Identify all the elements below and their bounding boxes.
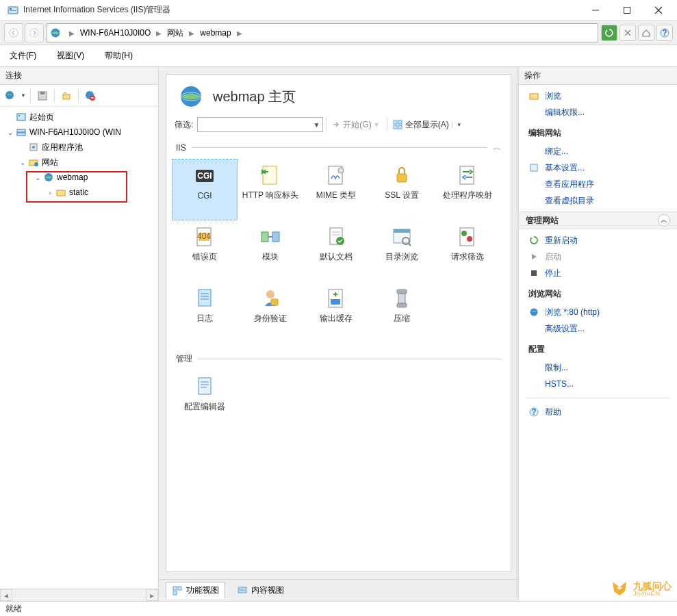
- home-button[interactable]: [638, 25, 654, 41]
- feature-config-editor[interactable]: 配置编辑器: [172, 370, 238, 432]
- section-iis-header: IIS ︿: [166, 136, 511, 155]
- maximize-button[interactable]: [611, 1, 643, 20]
- caret-right-icon[interactable]: ›: [45, 189, 55, 196]
- tree-start-page[interactable]: 起始页: [0, 110, 158, 125]
- mgmt-icon-grid: 配置编辑器: [166, 366, 511, 436]
- collapse-section-icon[interactable]: ︿: [658, 214, 670, 227]
- scroll-right-icon[interactable]: ▸: [146, 589, 158, 601]
- feature-ssl-settings[interactable]: SSL 设置: [369, 159, 435, 220]
- caret-down-icon[interactable]: ⌄: [5, 129, 15, 136]
- action-help[interactable]: ?帮助: [519, 404, 677, 420]
- feature-modules[interactable]: 模块: [238, 220, 303, 282]
- collapse-icon[interactable]: ︿: [493, 142, 501, 153]
- svg-point-8: [30, 29, 38, 37]
- watermark: 九狐问心 JiuHuCN: [610, 579, 672, 598]
- svg-rect-65: [271, 299, 278, 305]
- svg-rect-70: [397, 303, 407, 307]
- action-view-applications[interactable]: 查看应用程序: [519, 176, 677, 192]
- connect-dropdown-icon[interactable]: ▼: [21, 92, 26, 99]
- tree-server-node[interactable]: ⌄ WIN-F6AH10J0I0O (WIN: [0, 125, 158, 140]
- dropdown-icon: ▼: [313, 121, 320, 129]
- window-buttons: [580, 1, 674, 20]
- menu-view[interactable]: 视图(V): [53, 47, 88, 64]
- menu-help[interactable]: 帮助(H): [101, 47, 137, 64]
- action-explore[interactable]: 浏览: [519, 88, 677, 104]
- feature-http-response-headers[interactable]: HTTP 响应标头: [238, 159, 303, 220]
- feature-default-document[interactable]: 默认文档: [303, 220, 369, 282]
- filter-input[interactable]: ▼: [197, 117, 323, 132]
- connect-icon[interactable]: [3, 88, 18, 103]
- browse-site-header: 浏览网站: [519, 284, 677, 301]
- action-start[interactable]: 启动: [519, 248, 677, 265]
- action-edit-permissions[interactable]: 编辑权限...: [519, 104, 677, 120]
- action-advanced-settings[interactable]: 高级设置...: [519, 320, 677, 337]
- caret-down-icon[interactable]: ⌄: [18, 159, 27, 166]
- up-icon[interactable]: [59, 88, 74, 103]
- horizontal-scrollbar[interactable]: ◂ ▸: [0, 589, 158, 601]
- iis-app-icon: [7, 4, 19, 16]
- tab-features-view[interactable]: 功能视图: [166, 582, 225, 599]
- connections-tree[interactable]: 起始页 ⌄ WIN-F6AH10J0I0O (WIN 应用程序池 ⌄ 网站 ⌄ …: [0, 107, 158, 589]
- svg-point-7: [10, 29, 18, 37]
- remove-connection-icon[interactable]: [83, 88, 98, 103]
- minimize-button[interactable]: [580, 1, 611, 20]
- feature-cgi[interactable]: CGICGI: [172, 159, 238, 220]
- action-browse-http[interactable]: 浏览 *:80 (http): [519, 304, 677, 320]
- refresh-button[interactable]: [601, 25, 617, 41]
- svg-rect-34: [398, 120, 402, 124]
- settings-icon: [528, 162, 539, 173]
- globe-icon: [50, 27, 62, 39]
- crumb-server[interactable]: WIN-F6AH10J0I0O: [77, 28, 153, 38]
- feature-compression[interactable]: 压缩: [369, 282, 435, 344]
- action-bindings[interactable]: 绑定...: [519, 143, 677, 159]
- app-pools-icon: [27, 141, 40, 153]
- feature-request-filtering[interactable]: 请求筛选: [435, 220, 500, 282]
- fox-logo-icon: [610, 579, 629, 598]
- close-button[interactable]: [643, 1, 674, 20]
- help-button[interactable]: ?: [656, 25, 673, 41]
- tree-webmap-node[interactable]: ⌄ webmap: [0, 170, 158, 185]
- content-frame: webmap 主页 筛选: ▼ 开始(G) ▾ 全部显示(A) ▼: [166, 74, 511, 572]
- action-stop[interactable]: 停止: [519, 265, 677, 281]
- show-all-button[interactable]: 全部显示(A) ▼: [387, 117, 468, 132]
- scroll-left-icon[interactable]: ◂: [0, 589, 12, 601]
- crumb-webmap[interactable]: webmap: [197, 28, 233, 38]
- iis-icon-grid: CGICGI HTTP 响应标头 MIME 类型 SSL 设置 处理程序映射 4…: [166, 155, 511, 348]
- feature-output-caching[interactable]: 输出缓存: [303, 282, 369, 344]
- feature-directory-browsing[interactable]: 目录浏览: [369, 220, 435, 282]
- menu-file[interactable]: 文件(F): [5, 47, 40, 64]
- svg-rect-48: [272, 232, 279, 242]
- action-hsts[interactable]: HSTS...: [519, 376, 677, 392]
- svg-rect-60: [199, 290, 211, 306]
- address-box[interactable]: ▶ WIN-F6AH10J0I0O ▶ 网站 ▶ webmap ▶: [47, 23, 598, 42]
- tab-content-view[interactable]: 内容视图: [231, 582, 290, 599]
- tree-app-pools[interactable]: 应用程序池: [0, 140, 158, 155]
- nav-back-button[interactable]: [4, 23, 23, 42]
- svg-rect-67: [331, 299, 340, 305]
- tree-static-node[interactable]: › static: [0, 185, 158, 200]
- restart-icon: [528, 235, 539, 246]
- feature-error-pages[interactable]: 404错误页: [172, 220, 238, 282]
- manage-site-header: 管理网站 ︿: [519, 211, 677, 229]
- action-limits[interactable]: 限制...: [519, 359, 677, 376]
- go-button[interactable]: 开始(G) ▾: [326, 117, 383, 132]
- feature-handler-mappings[interactable]: 处理程序映射: [435, 159, 500, 220]
- tree-sites-node[interactable]: ⌄ 网站: [0, 155, 158, 170]
- config-header: 配置: [519, 339, 677, 357]
- feature-authentication[interactable]: 身份验证: [238, 282, 303, 344]
- feature-mime-types[interactable]: MIME 类型: [303, 159, 369, 220]
- connections-toolbar: ▼: [0, 85, 158, 107]
- stop-button[interactable]: [619, 25, 636, 41]
- svg-rect-21: [17, 114, 25, 120]
- crumb-sites[interactable]: 网站: [164, 27, 186, 39]
- server-icon: [15, 126, 27, 138]
- nav-forward-button[interactable]: [25, 23, 44, 42]
- save-icon[interactable]: [35, 88, 50, 103]
- action-restart[interactable]: 重新启动: [519, 232, 677, 248]
- caret-down-icon[interactable]: ⌄: [33, 174, 42, 181]
- action-view-virtual-dirs[interactable]: 查看虚拟目录: [519, 192, 677, 209]
- svg-rect-69: [397, 290, 407, 294]
- feature-logging[interactable]: 日志: [172, 282, 238, 344]
- window-title: Internet Information Services (IIS)管理器: [23, 4, 580, 16]
- action-basic-settings[interactable]: 基本设置...: [519, 159, 677, 176]
